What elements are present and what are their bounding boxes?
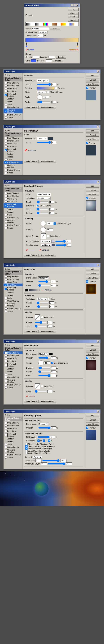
presets-grid[interactable] (25, 22, 79, 26)
opacity-input-g[interactable] (51, 83, 56, 86)
sidebar-bevel-is[interactable]: Bevel and Emboss (4, 362, 22, 368)
ok-button[interactable]: OK (68, 8, 79, 11)
color-stop-color-swatch[interactable] (31, 60, 36, 62)
ig-technique-select[interactable]: SofterPrecise (37, 298, 47, 300)
sidebar-texture[interactable]: Texture (4, 100, 22, 103)
preview-cb-be[interactable] (86, 197, 88, 199)
sidebar-color-overlay-bl[interactable]: Color Overlay (4, 446, 22, 448)
sidebar-blending-is[interactable]: Blending Options: Default (4, 346, 22, 352)
sidebar-pattern-overlay[interactable]: Pattern Overlay (4, 114, 22, 116)
ig-opacity-slider[interactable] (38, 280, 50, 283)
str-cb-co[interactable] (5, 172, 7, 174)
altitude-dial[interactable] (41, 227, 46, 232)
underlying-max[interactable] (66, 462, 72, 465)
ch-g-cb[interactable] (43, 440, 45, 442)
ig-jitter-slider[interactable] (35, 325, 47, 327)
new-style-btn-bl[interactable]: New Style... (86, 422, 99, 426)
ch-r-cb[interactable] (37, 440, 40, 442)
bevel-dir-down[interactable] (43, 204, 45, 207)
load-button[interactable]: Load... (68, 15, 79, 18)
sidebar-blending-options[interactable]: Blending Options: Default (4, 76, 22, 82)
highlight-color-swatch[interactable] (51, 240, 55, 242)
ig-cb-ig[interactable] (5, 284, 7, 286)
be-cb-co[interactable] (5, 149, 7, 151)
ig-anti-aliased-cb[interactable] (41, 316, 43, 318)
sidebar-bevel-bl[interactable]: Bevel and Emboss (4, 432, 22, 438)
bevel-soften-input[interactable] (49, 212, 54, 214)
reset-default-btn-be[interactable]: Reset to Default (39, 254, 56, 257)
ig-opacity-input[interactable] (51, 280, 56, 283)
scale-input-g[interactable] (51, 101, 56, 104)
gov-cb-bl[interactable] (5, 450, 7, 452)
og-cb-is[interactable] (5, 357, 7, 360)
ig-size-input[interactable] (49, 305, 54, 308)
be-cb-ig[interactable] (5, 288, 7, 290)
underlying-slider[interactable] (48, 463, 65, 465)
blend-clipped-cb[interactable] (25, 445, 28, 448)
shadow-color-swatch[interactable] (52, 244, 55, 246)
bevel-depth-input[interactable] (49, 201, 54, 204)
reverse-cb-g[interactable] (55, 87, 57, 90)
sat-cb-bl[interactable] (5, 443, 7, 445)
sidebar-inner-shadow-bl[interactable]: Inner Shadow (4, 424, 22, 427)
ds-cb-ig[interactable] (5, 276, 7, 278)
sidebar-pattern-co[interactable]: Pattern Overlay (4, 168, 22, 171)
sidebar-color-overlay-co[interactable]: Color Overlay (4, 161, 22, 164)
make-default-btn-is[interactable]: Make Default (24, 400, 38, 403)
sidebar-gradient-overlay[interactable]: Gradient Overlay (4, 108, 22, 114)
sidebar-bevel-co[interactable]: Bevel and Emboss (4, 148, 22, 152)
reset-default-btn-g[interactable]: Reset to Default (39, 106, 56, 109)
is-noise-slider[interactable] (35, 390, 47, 392)
is-cb-is[interactable] (5, 354, 7, 357)
angle-dial-g[interactable] (37, 94, 42, 100)
sidebar-gradient-overlay-be[interactable]: Gradient Overlay (4, 219, 22, 224)
maximize-btn[interactable]: □ (73, 4, 76, 6)
color-stop-right[interactable] (77, 44, 78, 46)
sidebar-texture-is[interactable]: Texture (4, 370, 22, 373)
sat-cb-ig[interactable] (5, 297, 7, 299)
drop-shadow-cb[interactable] (5, 82, 7, 84)
sidebar-pattern-bl[interactable]: Pattern Overlay (4, 453, 22, 456)
preview-cb-is[interactable] (86, 357, 88, 359)
cancel-btn-ig[interactable]: Cancel (86, 272, 99, 275)
og-cb-co[interactable] (5, 142, 7, 145)
sidebar-satin-be[interactable]: Satin (4, 214, 22, 216)
sat-cb-co[interactable] (5, 158, 7, 160)
be-cb-is[interactable] (5, 364, 7, 366)
sidebar-color-overlay-is[interactable]: Color Overlay (4, 376, 22, 378)
sidebar-contour-is[interactable]: Contour (4, 368, 22, 370)
reset-default-btn-ig[interactable]: Reset to Default (39, 330, 56, 333)
bevel-size-input[interactable] (49, 208, 54, 210)
ls-is-close[interactable]: ✕ (97, 340, 99, 342)
reset-default-btn-co[interactable]: Reset to Default (39, 160, 56, 163)
sidebar-pattern-is[interactable]: Pattern Overlay (4, 384, 22, 386)
ig-choke-slider[interactable] (37, 302, 49, 304)
new-gradient-button[interactable]: New (50, 27, 60, 30)
ls-gradient-close-btn[interactable]: ✕ (97, 70, 99, 72)
pat-cb-co[interactable] (5, 169, 7, 171)
make-default-btn-g[interactable]: Make Default (24, 106, 38, 109)
new-style-btn-is[interactable]: New Style... (86, 352, 99, 356)
ls-bevel-close[interactable]: ✕ (97, 180, 99, 183)
ig-range-input[interactable] (47, 321, 52, 324)
sidebar-gradient-overlay-is[interactable]: Gradient Overlay (4, 378, 22, 384)
preview-cb-bl[interactable] (86, 426, 88, 429)
ok-btn-be[interactable]: OK (86, 184, 99, 188)
sidebar-color-overlay-be[interactable]: Color Overlay (4, 216, 22, 219)
cancel-btn-bl[interactable]: Cancel (86, 418, 99, 422)
sidebar-drop-shadow-co[interactable]: Drop Shadow (4, 137, 22, 140)
this-layer-min[interactable] (35, 459, 42, 462)
opacity-stop-input[interactable] (33, 56, 39, 58)
vector-mask-cb[interactable] (25, 452, 28, 454)
gloss-anti-aliased-cb[interactable] (47, 235, 49, 237)
be-cb-be[interactable] (5, 204, 7, 206)
opacity-input-co[interactable] (51, 141, 56, 144)
pat-cb-is[interactable] (5, 384, 7, 386)
sidebar-satin-co[interactable]: Satin (4, 158, 22, 161)
location-color-input[interactable] (46, 60, 52, 62)
sidebar-outer-glow-co[interactable]: Outer Glow (4, 142, 22, 145)
og-cb-bl[interactable] (5, 427, 7, 430)
opacity-input-bl[interactable] (51, 426, 56, 429)
sidebar-satin[interactable]: Satin (4, 103, 22, 106)
og-cb-ig[interactable] (5, 281, 7, 283)
